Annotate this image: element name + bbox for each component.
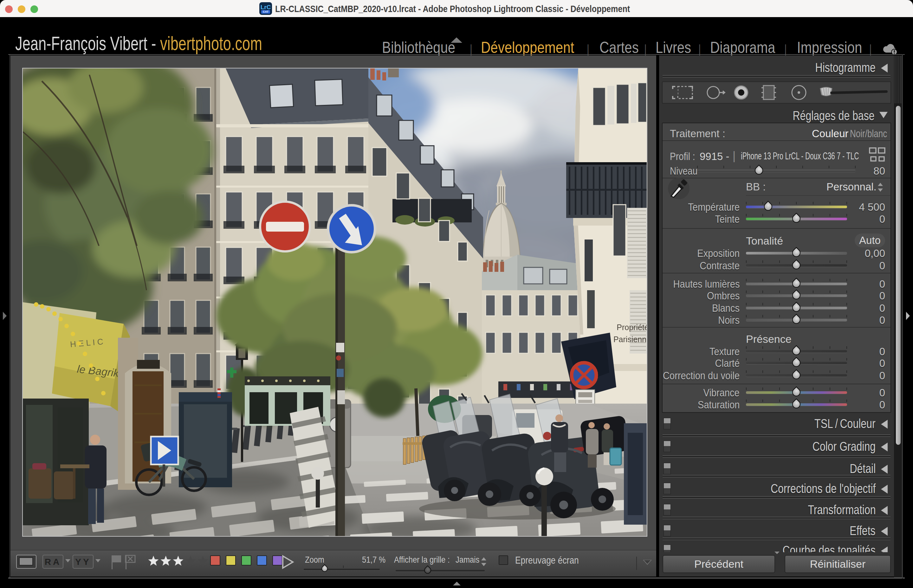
svg-text:Propriété: Propriété: [617, 323, 647, 332]
svg-text:Parisienne: Parisienne: [614, 335, 647, 344]
